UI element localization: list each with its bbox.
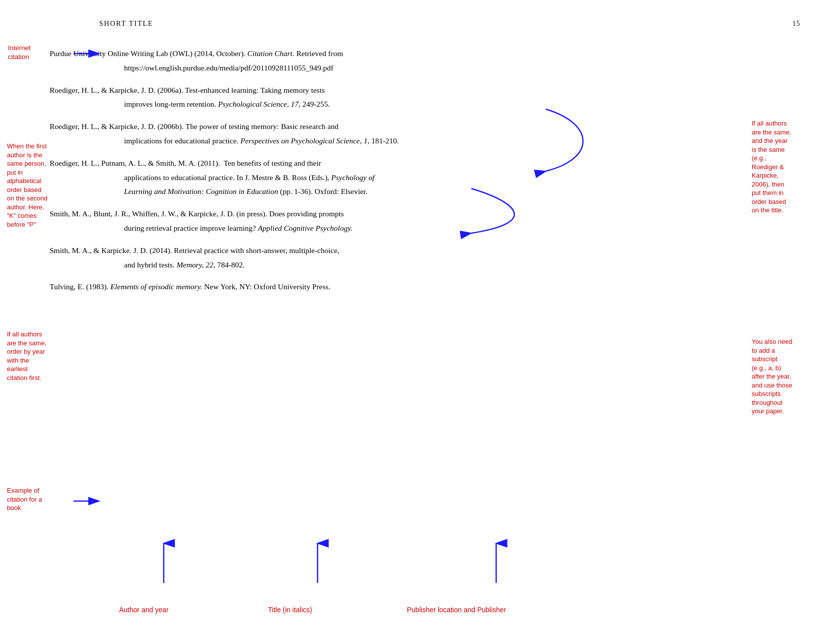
annotation-internet-citation: Internetcitation [8, 44, 31, 62]
annotation-if-all-same-year: If all authorsare the same,and the yeari… [752, 119, 836, 215]
page-title: SHORT TITLE [99, 20, 153, 28]
bottom-label-title: Title (in italics) [268, 606, 312, 614]
ref-entry-roediger-2006b: Roediger, H. L., & Karpicke, J. D. (2006… [50, 121, 741, 147]
bottom-label-author-year: Author and year [119, 606, 169, 614]
ref-entry-roediger-2011: Roediger, H. L., Putnam, A. L., & Smith,… [50, 157, 741, 198]
page-number: 15 [792, 20, 800, 28]
annotation-example-book: Example ofcitation for abook [7, 486, 42, 513]
ref-entry-tulving: Tulving, E. (1983). Elements of episodic… [50, 281, 741, 293]
ref-entry-purdue: Purdue University Online Writing Lab (OW… [50, 48, 741, 74]
page-header: SHORT TITLE 15 [0, 15, 840, 33]
references-list: Purdue University Online Writing Lab (OW… [50, 48, 741, 293]
annotation-if-all-authors-year: If all authorsare the same,order by year… [7, 330, 47, 382]
annotation-when-first-author: When the firstauthor is thesame person,p… [7, 142, 48, 229]
ref-entry-smith-2014: Smith, M. A., & Karpicke. J. D. (2014). … [50, 245, 741, 271]
page: SHORT TITLE 15 Internetcitation When the… [0, 0, 840, 641]
ref-entry-smith-press: Smith, M. A., Blunt, J. R., Whiffen, J. … [50, 208, 741, 235]
annotation-you-also-need: You also needto add asubscript(e.g., a, … [752, 337, 836, 416]
bottom-label-publisher: Publisher location and Publisher [407, 606, 506, 614]
ref-entry-roediger-2006a: Roediger, H. L., & Karpicke, J. D. (2006… [50, 84, 741, 111]
